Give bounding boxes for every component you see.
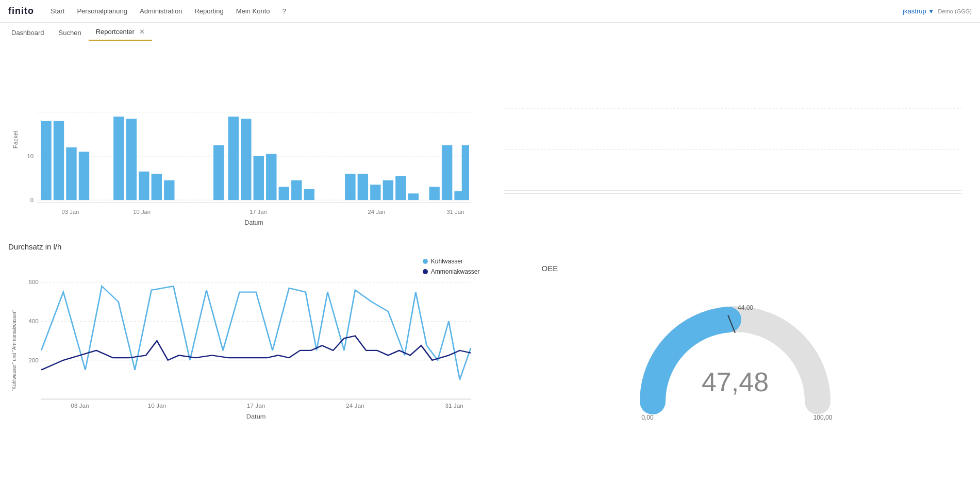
- fackel-chart-right: [499, 46, 972, 222]
- ammoniakwasser-dot: [423, 269, 428, 274]
- gauge-svg: 44,00 47,48 0,00 100,00: [627, 283, 843, 427]
- kuhlwasser-dot: [423, 259, 428, 264]
- bar: [241, 119, 251, 201]
- bar: [358, 174, 368, 200]
- nav-administration[interactable]: Administration: [140, 7, 182, 15]
- dropdown-icon[interactable]: ▼: [928, 8, 934, 14]
- chart-legend: Kühlwasser Ammoniakwasser: [423, 258, 480, 275]
- bar: [164, 180, 174, 200]
- legend-ammoniakwasser: Ammoniakwasser: [423, 268, 480, 275]
- svg-text:10 Jan: 10 Jan: [133, 209, 151, 215]
- bar: [54, 121, 64, 200]
- nav-start[interactable]: Start: [51, 7, 64, 15]
- bar: [228, 116, 239, 200]
- nav-mein-konto[interactable]: Mein Konto: [236, 7, 270, 15]
- tab-reportcenter[interactable]: Reportcenter ✕: [89, 24, 153, 41]
- ammoniakwasser-line: [41, 336, 471, 370]
- bar: [139, 172, 149, 200]
- svg-text:Datum: Datum: [245, 219, 263, 226]
- gauge-min-label: 0,00: [641, 414, 654, 421]
- gauge-max-label: 100,00: [813, 414, 832, 421]
- gauge-value-text: 47,48: [702, 367, 769, 397]
- svg-text:Datum: Datum: [246, 413, 266, 420]
- oee-title: OEE: [542, 264, 558, 273]
- svg-text:24 Jan: 24 Jan: [346, 403, 364, 409]
- tab-dashboard[interactable]: Dashboard: [4, 25, 52, 41]
- bar: [370, 185, 380, 200]
- bar: [462, 145, 469, 200]
- tabs-bar: Dashboard Suchen Reportcenter ✕: [0, 23, 980, 41]
- tab-close-icon[interactable]: ✕: [139, 28, 145, 36]
- svg-text:0: 0: [30, 197, 34, 203]
- bar: [152, 174, 162, 200]
- bar: [429, 187, 439, 201]
- durchsatz-svg: "Kühlwasser" und "Ammoniakwasser" 600 40…: [8, 253, 482, 428]
- bar: [213, 145, 224, 200]
- svg-text:03 Jan: 03 Jan: [62, 209, 79, 215]
- svg-text:400: 400: [28, 319, 39, 324]
- svg-text:31 Jan: 31 Jan: [445, 403, 463, 409]
- svg-text:24 Jan: 24 Jan: [368, 209, 386, 215]
- svg-text:10 Jan: 10 Jan: [148, 403, 166, 409]
- bar: [79, 152, 89, 200]
- bar: [395, 176, 406, 200]
- user-subtitle: Demo (GGG): [938, 8, 972, 14]
- bar: [279, 187, 289, 201]
- bar: [291, 180, 302, 200]
- bar: [41, 121, 51, 200]
- nav-personalplanung[interactable]: Personalplanung: [77, 7, 127, 15]
- bar: [126, 119, 137, 201]
- tab-suchen[interactable]: Suchen: [52, 25, 89, 41]
- nav-help[interactable]: ?: [283, 7, 286, 15]
- svg-text:10: 10: [27, 153, 33, 159]
- gauge-marker-label: 44,00: [738, 304, 753, 311]
- bar: [266, 154, 276, 200]
- nav-reporting[interactable]: Reporting: [194, 7, 223, 15]
- svg-text:Fackel: Fackel: [13, 131, 19, 148]
- bar: [254, 156, 264, 200]
- fackel-chart-svg: Fackel 0 10: [8, 46, 482, 233]
- svg-text:31 Jan: 31 Jan: [447, 209, 464, 215]
- username[interactable]: jkastrup: [903, 7, 926, 15]
- legend-kuhlwasser: Kühlwasser: [423, 258, 480, 265]
- svg-text:17 Jan: 17 Jan: [250, 209, 267, 215]
- main-content: Fackel 0 10: [0, 41, 980, 484]
- ammoniakwasser-label: Ammoniakwasser: [431, 268, 480, 275]
- durchsatz-title: Durchsatz in l/h: [8, 242, 482, 251]
- bar: [442, 145, 452, 200]
- gauge-wrapper: 44,00 47,48 0,00 100,00: [627, 283, 843, 427]
- fackel-chart-panel: Fackel 0 10: [0, 41, 490, 237]
- durchsatz-chart-panel: Durchsatz in l/h Kühlwasser Ammoniakwass…: [0, 237, 490, 454]
- bar: [408, 193, 419, 200]
- kuhlwasser-label: Kühlwasser: [431, 258, 463, 265]
- svg-text:"Kühlwasser" und "Ammoniakwass: "Kühlwasser" und "Ammoniakwasser": [11, 310, 17, 391]
- bar: [304, 189, 314, 200]
- bar: [345, 174, 355, 200]
- svg-text:17 Jan: 17 Jan: [247, 403, 265, 409]
- top-right-panel: [490, 41, 981, 237]
- svg-text:200: 200: [28, 357, 39, 363]
- svg-text:600: 600: [28, 279, 39, 285]
- bar: [66, 147, 76, 200]
- bar: [113, 116, 124, 200]
- app-logo: finito: [8, 6, 34, 16]
- bar: [383, 180, 393, 200]
- svg-text:03 Jan: 03 Jan: [71, 403, 89, 409]
- kuhlwasser-line: [41, 286, 471, 379]
- oee-chart-panel: OEE: [490, 237, 981, 454]
- user-info: jkastrup ▼ Demo (GGG): [903, 7, 972, 15]
- top-navigation: finito Start Personalplanung Administrat…: [0, 0, 980, 23]
